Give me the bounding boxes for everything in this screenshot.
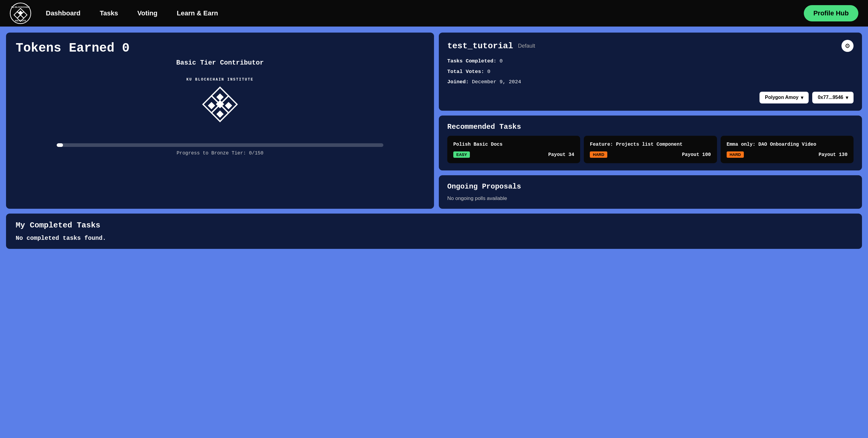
- top-row: Tokens Earned 0 Basic Tier Contributor K…: [6, 33, 862, 209]
- svg-text:KU BLOCKCHAIN INSTITUTE: KU BLOCKCHAIN INSTITUTE: [187, 78, 254, 82]
- tasks-completed-label: Tasks Completed:: [447, 58, 496, 64]
- task-name-3: Emma only: DAO Onboarding Video: [727, 141, 847, 148]
- progress-bar-container: [57, 143, 384, 147]
- profile-username: test_tutorial: [447, 41, 513, 51]
- joined-row: Joined: December 9, 2024: [447, 78, 854, 87]
- ongoing-proposals-title: Ongoing Proposals: [447, 182, 854, 191]
- profile-badge: Default: [518, 43, 841, 49]
- task-name-2: Feature: Projects list Component: [590, 141, 711, 148]
- task-item-1[interactable]: Polish Basic Docs EASY Payout 34: [447, 136, 580, 163]
- blockchain-logo: KU BLOCKCHAIN INSTITUTE: [16, 73, 424, 136]
- network-dropdown[interactable]: Polygon Amoy ▾: [760, 92, 809, 104]
- total-votes-row: Total Votes: 0: [447, 67, 854, 77]
- logo: NU BLOCKCHAIN INSTITUTE: [10, 2, 31, 24]
- total-votes-label: Total Votes:: [447, 69, 484, 75]
- recommended-tasks-card: Recommended Tasks Polish Basic Docs EASY…: [439, 116, 862, 170]
- task-bottom-2: HARD Payout 100: [590, 151, 711, 158]
- network-label: Polygon Amoy: [765, 95, 798, 100]
- task-difficulty-2: HARD: [590, 151, 607, 158]
- right-column: test_tutorial Default ⚙ Tasks Completed:…: [439, 33, 862, 209]
- tasks-completed-value: 0: [499, 58, 502, 64]
- svg-marker-15: [225, 102, 232, 109]
- task-payout-3: Payout 130: [818, 152, 847, 157]
- main-content: Tokens Earned 0 Basic Tier Contributor K…: [0, 27, 868, 255]
- gear-button[interactable]: ⚙: [841, 40, 854, 52]
- nav-links: Dashboard Tasks Voting Learn & Earn: [46, 9, 804, 17]
- nav-learn-earn[interactable]: Learn & Earn: [177, 9, 218, 17]
- progress-label: Progress to Bronze Tier: 0/150: [16, 150, 424, 156]
- chevron-down-icon: ▾: [801, 95, 803, 100]
- navbar: NU BLOCKCHAIN INSTITUTE Dashboard Tasks …: [0, 0, 868, 27]
- svg-marker-14: [208, 102, 215, 109]
- progress-bar-fill: [57, 143, 63, 147]
- profile-hub-button[interactable]: Profile Hub: [804, 5, 858, 22]
- task-payout-1: Payout 34: [548, 152, 574, 157]
- joined-value: December 9, 2024: [472, 79, 521, 85]
- ongoing-proposals-card: Ongoing Proposals No ongoing polls avail…: [439, 175, 862, 209]
- profile-actions: Polygon Amoy ▾ 0x77...9546 ▾: [447, 92, 854, 104]
- total-votes-value: 0: [487, 69, 490, 75]
- task-difficulty-1: EASY: [453, 151, 470, 158]
- task-name-1: Polish Basic Docs: [453, 141, 574, 148]
- task-item-2[interactable]: Feature: Projects list Component HARD Pa…: [584, 136, 717, 163]
- tasks-completed-row: Tasks Completed: 0: [447, 57, 854, 66]
- chevron-down-icon-2: ▾: [846, 95, 848, 100]
- joined-label: Joined:: [447, 79, 469, 85]
- profile-header: test_tutorial Default ⚙: [447, 40, 854, 52]
- tier-label: Basic Tier Contributor: [16, 59, 424, 67]
- nav-dashboard[interactable]: Dashboard: [46, 9, 81, 17]
- nav-voting[interactable]: Voting: [137, 9, 158, 17]
- profile-stats: Tasks Completed: 0 Total Votes: 0 Joined…: [447, 57, 854, 87]
- svg-marker-4: [19, 10, 23, 15]
- task-bottom-1: EASY Payout 34: [453, 151, 574, 158]
- svg-marker-16: [216, 110, 224, 118]
- task-payout-2: Payout 100: [682, 152, 711, 157]
- wallet-dropdown[interactable]: 0x77...9546 ▾: [812, 92, 854, 104]
- tokens-title: Tokens Earned 0: [16, 41, 424, 56]
- no-polls-label: No ongoing polls available: [447, 196, 854, 202]
- completed-tasks-panel: My Completed Tasks No completed tasks fo…: [6, 213, 862, 249]
- no-tasks-label: No completed tasks found.: [16, 235, 852, 242]
- task-bottom-3: HARD Payout 130: [727, 151, 847, 158]
- profile-card: test_tutorial Default ⚙ Tasks Completed:…: [439, 33, 862, 111]
- tasks-grid: Polish Basic Docs EASY Payout 34 Feature…: [447, 136, 854, 163]
- tokens-panel: Tokens Earned 0 Basic Tier Contributor K…: [6, 33, 434, 209]
- completed-tasks-title: My Completed Tasks: [16, 221, 852, 230]
- svg-marker-13: [216, 93, 224, 101]
- recommended-tasks-title: Recommended Tasks: [447, 123, 854, 131]
- wallet-label: 0x77...9546: [818, 95, 843, 100]
- nav-tasks[interactable]: Tasks: [100, 9, 118, 17]
- task-item-3[interactable]: Emma only: DAO Onboarding Video HARD Pay…: [721, 136, 854, 163]
- task-difficulty-3: HARD: [727, 151, 744, 158]
